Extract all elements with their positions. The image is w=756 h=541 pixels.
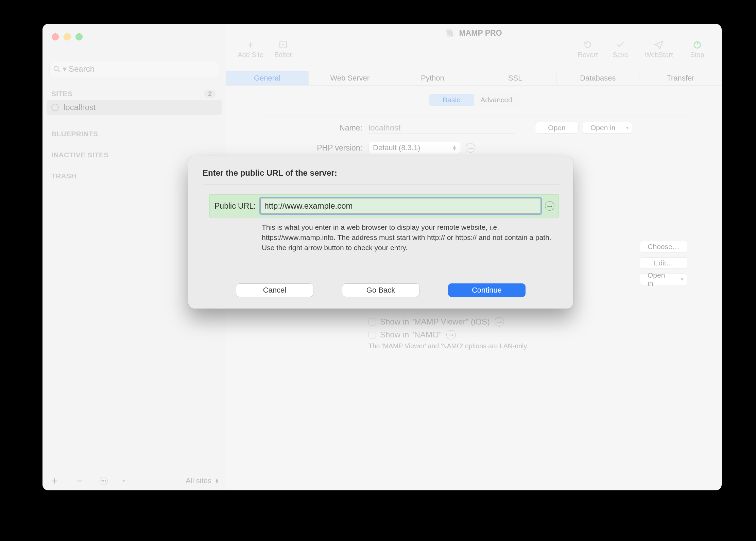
choose-button[interactable]: Choose… (640, 241, 687, 252)
minimize-window-icon[interactable] (64, 33, 71, 40)
toolbar-label: Stop (690, 51, 704, 59)
remove-icon[interactable]: － (74, 474, 85, 488)
stop-button[interactable]: Stop (681, 39, 714, 59)
checkbox-mamp-viewer[interactable] (368, 318, 376, 326)
open-in-button[interactable]: Open in ▼ (583, 122, 632, 134)
chevron-down-icon: ▼ (680, 277, 684, 282)
php-version-value: Default (8.3.1) (373, 143, 420, 152)
sidebar-section-blueprints[interactable]: BLUEPRINTS (51, 130, 222, 138)
sidebar-footer: ＋ － •••▾ All sites ▲▼ (42, 471, 226, 490)
search-field-wrap[interactable]: ▾ (49, 61, 219, 77)
window-controls (52, 33, 83, 40)
show-namo-label: Show in "NAMO" (380, 330, 442, 339)
titlebar: 🐘 MAMP PRO (226, 24, 722, 37)
arrow-right-icon[interactable]: → (446, 330, 456, 339)
svg-line-1 (58, 70, 60, 72)
revert-button[interactable]: Revert (571, 39, 604, 59)
open-button[interactable]: Open (535, 122, 579, 134)
sidebar-filter-label[interactable]: All sites (186, 476, 211, 485)
power-icon (692, 39, 702, 50)
close-window-icon[interactable] (52, 33, 59, 40)
toolbar-label: Revert (578, 51, 598, 59)
subtab-basic[interactable]: Basic (429, 94, 474, 106)
tab-python[interactable]: Python (391, 71, 474, 85)
name-field[interactable]: localhost (368, 122, 515, 134)
subtab-advanced[interactable]: Advanced (474, 94, 519, 106)
go-back-button[interactable]: Go Back (342, 283, 419, 297)
check-icon (615, 39, 625, 50)
dialog-buttons: Cancel Go Back Continue (203, 283, 559, 297)
public-url-row: Public URL: → (209, 194, 559, 217)
continue-button[interactable]: Continue (448, 283, 526, 297)
app-window: ▾ SITES 2 localhost BLUEPRINTS INACTIVE … (42, 24, 722, 490)
open-in-label: Open in (648, 271, 670, 287)
add-site-button[interactable]: ＋ Add Site (234, 39, 267, 59)
add-icon[interactable]: ＋ (49, 474, 59, 488)
dialog-help-text: This is what you enter in a web browser … (262, 222, 559, 252)
toolbar: ＋ Add Site Editor Revert Save WebStart (226, 37, 722, 71)
toolbar-label: Save (613, 51, 628, 59)
arrow-right-icon[interactable]: → (466, 143, 475, 153)
app-logo-icon: 🐘 (446, 29, 456, 38)
tab-ssl[interactable]: SSL (474, 71, 557, 85)
edit-button[interactable]: Edit… (640, 257, 687, 269)
check-url-arrow-icon[interactable]: → (545, 201, 554, 211)
revert-icon (583, 39, 593, 50)
php-version-label: PHP version: (260, 143, 362, 153)
arrow-right-icon[interactable]: → (495, 317, 504, 327)
public-url-input[interactable] (260, 198, 541, 214)
sidebar-item-localhost[interactable]: localhost (47, 100, 222, 115)
more-icon[interactable]: ••• (100, 477, 108, 485)
open-in-button-2[interactable]: Open in ▼ (640, 274, 687, 285)
chevron-up-down-icon: ▲▼ (215, 478, 219, 484)
sites-count-badge: 2 (204, 90, 216, 98)
chevron-down-icon: ▼ (625, 125, 630, 130)
main-tabs: General Web Server Python SSL Databases … (226, 71, 722, 86)
toolbar-label: Add Site (238, 51, 263, 59)
sidebar-item-label: localhost (64, 103, 96, 112)
tab-general[interactable]: General (226, 71, 309, 85)
search-input[interactable] (68, 64, 211, 74)
sub-tabs: Basic Advanced (429, 94, 519, 106)
tab-transfer[interactable]: Transfer (639, 71, 722, 85)
sidebar-section-sites: SITES 2 (51, 90, 222, 98)
sidebar-section-sites-label: SITES (51, 90, 72, 98)
show-viewer-label: Show in "MAMP Viewer" (iOS) (380, 317, 490, 327)
php-version-select[interactable]: Default (8.3.1) ▲▼ (368, 142, 461, 154)
zoom-window-icon[interactable] (75, 33, 83, 40)
site-status-icon (51, 104, 59, 111)
editor-icon (278, 39, 288, 50)
save-button[interactable]: Save (604, 39, 637, 59)
open-in-label: Open in (590, 124, 616, 132)
tab-web-server[interactable]: Web Server (309, 71, 391, 85)
tab-databases[interactable]: Databases (557, 71, 639, 85)
webstart-button[interactable]: WebStart (637, 39, 681, 59)
name-label: Name: (260, 123, 362, 133)
plane-icon (654, 39, 664, 50)
plus-icon: ＋ (245, 39, 256, 50)
lan-only-note: The 'MAMP Viewer' and 'NAMO' options are… (368, 342, 687, 351)
chevron-up-down-icon: ▲▼ (452, 145, 457, 151)
checkbox-namo[interactable] (368, 331, 376, 338)
toolbar-label: Editor (274, 51, 292, 59)
public-url-label: Public URL: (214, 202, 256, 211)
cancel-button[interactable]: Cancel (236, 283, 313, 297)
app-title: MAMP PRO (459, 29, 502, 38)
public-url-dialog: Enter the public URL of the server: Publ… (188, 156, 573, 309)
dialog-title: Enter the public URL of the server: (203, 168, 559, 178)
search-icon (53, 65, 61, 73)
editor-button[interactable]: Editor (267, 39, 299, 59)
toolbar-label: WebStart (645, 51, 673, 59)
